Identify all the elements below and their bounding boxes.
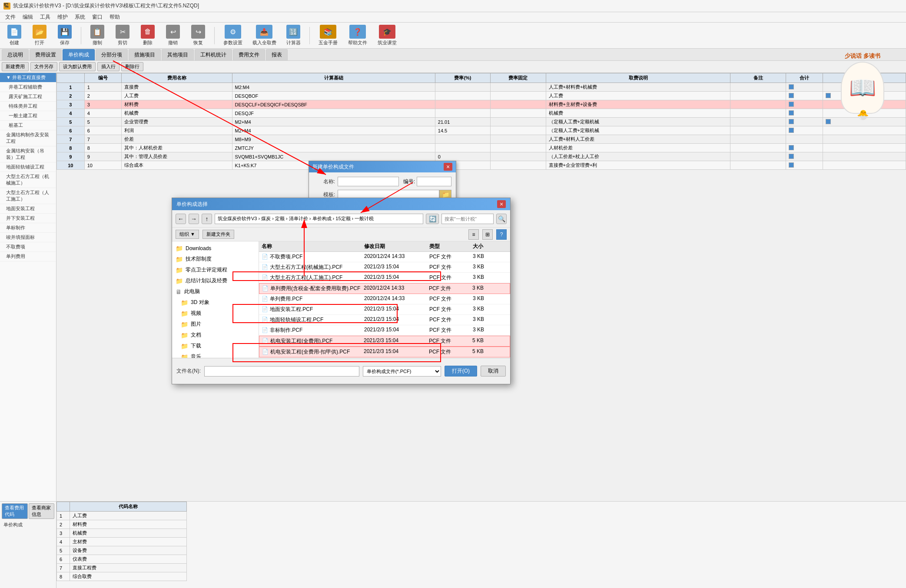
sidebar-item-earthwork-mech[interactable]: 大型土石方工程（机械施工）: [0, 172, 56, 188]
tree-item-summary[interactable]: 📁 总结计划以及经费: [172, 275, 259, 286]
toolbar-hardware[interactable]: 📚 五金手册: [315, 24, 341, 47]
filetype-select[interactable]: 单价构成文件(*.PCF): [363, 366, 441, 377]
toolbar-cut[interactable]: ✂ 剪切: [112, 24, 133, 47]
cell-6-7[interactable]: [730, 135, 786, 144]
sidebar-item-surface-rail[interactable]: 地面轻轨铺设工程: [0, 162, 56, 172]
cell-5-3[interactable]: M2+M4: [232, 126, 435, 135]
tree-item-mypc[interactable]: 🖥 此电脑: [172, 286, 259, 297]
cell-0-2[interactable]: 直接费: [121, 83, 232, 92]
cell-0-6[interactable]: 人工费+材料费+机械费: [546, 83, 730, 92]
cell-4-4[interactable]: 21.01: [435, 118, 490, 126]
tree-item-tech[interactable]: 📁 技术部制度: [172, 254, 259, 264]
cell-1-7[interactable]: [730, 92, 786, 100]
cell-8-8[interactable]: [786, 152, 823, 161]
tree-item-pictures[interactable]: 📁 图片: [172, 319, 259, 330]
cell-8-3[interactable]: SVQMB1+SVQMB1JC: [232, 152, 435, 161]
checkbox-4-9[interactable]: [826, 119, 831, 124]
checkbox-1-9[interactable]: [826, 93, 831, 98]
toolbar-save[interactable]: 💾 保存: [54, 24, 76, 47]
cell-2-5[interactable]: [491, 100, 546, 109]
view-btn-detail[interactable]: ⊞: [482, 229, 493, 240]
cell-3-5[interactable]: [491, 109, 546, 118]
form-input-code[interactable]: [417, 177, 451, 186]
toolbar-settings[interactable]: ⚙ 参数设置: [220, 24, 246, 47]
cell-0-8[interactable]: [786, 83, 823, 92]
toolbar-class[interactable]: 🎓 筑业课堂: [374, 24, 400, 47]
checkbox-3-8[interactable]: [789, 110, 794, 116]
cell-9-5[interactable]: [491, 161, 546, 170]
menu-window[interactable]: 窗口: [89, 13, 106, 22]
sidebar-item-report-standard[interactable]: 竣并填报面标: [0, 233, 56, 242]
tree-item-downloads2[interactable]: 📁 下载: [172, 340, 259, 351]
search-btn[interactable]: 🔍: [496, 214, 507, 224]
btn-delete-row[interactable]: 删除行: [121, 62, 143, 71]
sidebar-item-tunnel-aux[interactable]: 井巷工程辅助费: [0, 83, 56, 92]
tab-other[interactable]: 其他项目: [162, 49, 194, 60]
toolbar-calculator[interactable]: 🔢 计算器: [282, 24, 304, 47]
menu-tools[interactable]: 工具: [37, 13, 54, 22]
bottom-tab-merchant[interactable]: 查看商家信息: [29, 503, 55, 519]
toolbar-load-fees[interactable]: 📥 载入全取费: [249, 24, 279, 47]
toolbar-redo[interactable]: ↪ 恢复: [187, 24, 209, 47]
cell-7-5[interactable]: [491, 144, 546, 152]
cell-3-2[interactable]: 机械费: [121, 109, 232, 118]
cell-4-3[interactable]: M2+M4: [232, 118, 435, 126]
cell-4-2[interactable]: 企业管理费: [121, 118, 232, 126]
cell-7-4[interactable]: [435, 144, 490, 152]
toolbar-create[interactable]: 📄 创建: [3, 24, 25, 47]
tree-item-docs[interactable]: 📁 文档: [172, 330, 259, 340]
cell-4-6[interactable]: （定额人工费+定额机械: [546, 118, 730, 126]
cell-5-8[interactable]: [786, 126, 823, 135]
cell-5-9[interactable]: [823, 126, 906, 135]
cell-5-4[interactable]: 14.5: [435, 126, 490, 135]
cell-7-6[interactable]: 人材机价差: [546, 144, 730, 152]
cell-0-7[interactable]: [730, 83, 786, 92]
btn-new-folder[interactable]: 新建文件夹: [202, 230, 234, 239]
cell-8-4[interactable]: 0: [435, 152, 490, 161]
menu-system[interactable]: 系统: [71, 13, 89, 22]
filename-input[interactable]: [204, 366, 359, 377]
cell-2-7[interactable]: [730, 100, 786, 109]
cell-7-2[interactable]: 其中：人材机价差: [121, 144, 232, 152]
sidebar-item-single-fee[interactable]: 单列费用: [0, 252, 56, 261]
nav-up[interactable]: ↑: [202, 214, 212, 224]
tree-item-3d[interactable]: 📁 3D 对象: [172, 297, 259, 308]
file-item-2[interactable]: 📄大型土石方工程(人工施工).PCF 2021/2/3 15:04 PCF 文件…: [259, 273, 510, 283]
file-item-1[interactable]: 📄大型土石方工程(机械施工).PCF 2021/2/3 15:04 PCF 文件…: [259, 262, 510, 273]
sidebar-item-special-shaft[interactable]: 特殊类井工程: [0, 102, 56, 111]
checkbox-0-8[interactable]: [789, 84, 794, 89]
cell-8-1[interactable]: 9: [84, 152, 121, 161]
cell-6-6[interactable]: 人工费+材料人工价差: [546, 135, 730, 144]
cell-0-3[interactable]: M2:M4: [232, 83, 435, 92]
cell-4-1[interactable]: 5: [84, 118, 121, 126]
file-item-3[interactable]: 📄单列费用(含税金-配套全费用取费).PCF 2020/12/24 14:33 …: [259, 283, 510, 294]
cell-2-2[interactable]: 材料费: [121, 100, 232, 109]
cell-9-6[interactable]: 直接费+企业管理费+利: [546, 161, 730, 170]
toolbar-open[interactable]: 📂 打开: [29, 24, 50, 47]
sidebar-item-metal-fab[interactable]: 金属结构制作及安装工程: [0, 130, 56, 146]
path-input[interactable]: [215, 214, 423, 224]
checkbox-9-8[interactable]: [789, 162, 794, 168]
cell-6-3[interactable]: M8+M9: [232, 135, 435, 144]
tab-partial[interactable]: 分部分项: [96, 49, 128, 60]
tree-item-video[interactable]: 📁 视频: [172, 308, 259, 319]
tab-fee-file[interactable]: 费用文件: [233, 49, 265, 60]
sidebar-item-earthwork-manual[interactable]: 大型土石方工程（人工施工）: [0, 188, 56, 204]
cell-8-2[interactable]: 其中：管理人员价差: [121, 152, 232, 161]
cell-2-1[interactable]: 3: [84, 100, 121, 109]
btn-open[interactable]: 打开(O): [445, 366, 477, 377]
tree-item-music[interactable]: 📁 音乐: [172, 351, 259, 358]
menu-help[interactable]: 帮助: [106, 13, 123, 22]
cell-5-6[interactable]: （定额人工费+定额机械: [546, 126, 730, 135]
sidebar-item-civil[interactable]: 一般土建工程: [0, 111, 56, 121]
tab-report[interactable]: 报表: [266, 49, 288, 60]
tab-fee-settings[interactable]: 费用设置: [30, 49, 62, 60]
sidebar-item-surface-install[interactable]: 地面安装工程: [0, 204, 56, 214]
view-btn-list[interactable]: ≡: [468, 229, 479, 240]
btn-insert-row[interactable]: 插入行: [97, 62, 119, 71]
sidebar-item-tunnel-direct[interactable]: ▼ 井巷工程直接费: [0, 73, 56, 83]
btn-organize[interactable]: 组织 ▼: [176, 230, 199, 239]
cell-1-4[interactable]: [435, 92, 490, 100]
cell-7-9[interactable]: [823, 144, 906, 152]
cell-7-1[interactable]: 8: [84, 144, 121, 152]
